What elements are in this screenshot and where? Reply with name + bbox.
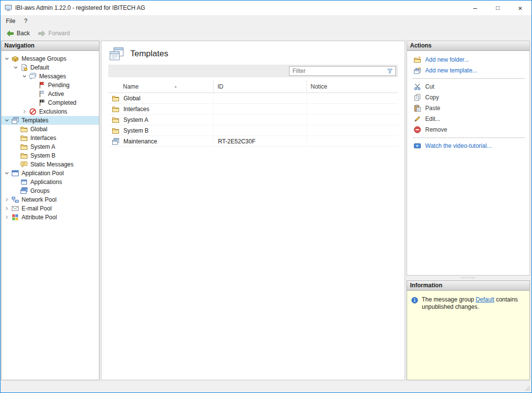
tree-item-label: System B [30,152,55,159]
message-groups-icon [11,55,19,63]
navigation-header: Navigation [1,41,99,51]
cell-id [214,93,307,103]
main-body: Name ▲ ID Notice Global [101,64,405,380]
minimize-icon[interactable]: – [464,0,486,15]
menu-file[interactable]: File [1,16,20,26]
cell-id: RT-2E52C30F [214,136,307,146]
folder-icon [20,134,28,142]
filter-input[interactable] [290,68,385,74]
chevron-expanded-icon[interactable] [3,170,10,177]
tree-item-interfaces[interactable]: Interfaces [1,134,99,142]
tree-item-label: Global [30,126,48,133]
twisty-placeholder [30,91,37,97]
paste-icon [413,104,421,112]
status-bar [0,385,532,393]
tree-item-templates[interactable]: Templates [1,116,99,125]
chevron-expanded-icon[interactable] [21,73,28,80]
paste-button[interactable]: Paste [407,103,530,114]
tree-item-active[interactable]: Active [1,90,99,98]
copy-button[interactable]: Copy [407,92,530,103]
tree-item-system-b[interactable]: System B [1,151,99,160]
tree-item-completed[interactable]: Completed [1,98,99,107]
chevron-collapsed-icon[interactable] [3,205,10,212]
table-row-maintenance[interactable]: Maintenance RT-2E52C30F [108,136,398,147]
video-tutorial-link[interactable]: Watch the video-tutorial... [407,140,530,151]
chevron-collapsed-icon[interactable] [3,214,10,221]
menu-help[interactable]: ? [20,16,32,26]
column-header-name[interactable]: Name ▲ [108,80,214,92]
tree-item-application-pool[interactable]: Application Pool [1,169,99,178]
action-label: Add new template... [425,67,477,74]
actions-header: Actions [407,41,530,51]
tree-item-applications[interactable]: Applications [1,178,99,186]
chevron-expanded-icon[interactable] [12,64,19,71]
panel-splitter[interactable]: ······· [407,276,530,280]
tree-item-label: E-mail Pool [22,205,51,212]
add-new-template-link[interactable]: Add new template... [407,65,530,76]
app-icon [4,4,12,12]
cut-icon [413,83,421,91]
tree-item-global[interactable]: Global [1,125,99,134]
tree-item-label: Templates [22,117,48,124]
info-icon [411,297,418,304]
table-row-system-a[interactable]: System A [108,115,398,125]
navigation-tree: Message Groups Default Messages Pending [1,51,99,380]
table-row-system-b[interactable]: System B [108,125,398,136]
resize-grip-icon[interactable] [525,386,530,391]
chevron-collapsed-icon[interactable] [21,108,28,115]
action-label: Edit... [425,116,440,122]
information-header: Information [407,281,530,291]
action-label: Add new folder... [425,56,469,63]
table-row-global[interactable]: Global [108,93,398,104]
edit-button[interactable]: Edit... [407,114,530,124]
exclusions-icon [29,108,37,116]
email-pool-icon [11,205,19,212]
filter-funnel-icon[interactable] [385,67,395,75]
add-new-folder-link[interactable]: Add new folder... [407,54,530,65]
add-template-icon [413,67,421,74]
tree-item-system-a[interactable]: System A [1,142,99,151]
default-group-link[interactable]: Default [476,296,494,303]
chevron-collapsed-icon[interactable] [3,196,10,203]
tree-item-messages[interactable]: Messages [1,72,99,81]
message-group-icon [20,64,28,71]
column-header-id[interactable]: ID [214,80,307,92]
tree-item-exclusions[interactable]: Exclusions [1,107,99,116]
tree-item-label: Interfaces [30,135,56,141]
tree-item-email-pool[interactable]: E-mail Pool [1,204,99,213]
column-label: Name [123,83,139,90]
tree-item-pending[interactable]: Pending [1,81,99,90]
tree-item-groups[interactable]: Groups [1,186,99,195]
tree-item-label: Pending [48,82,70,89]
filter-box [289,66,396,76]
chevron-expanded-icon[interactable] [3,117,10,124]
tree-item-message-groups[interactable]: Message Groups [1,54,99,63]
right-panel: Actions Add new folder... Add new templa… [407,41,530,380]
back-label: Back [17,30,30,37]
remove-icon [413,126,421,134]
table-row-interfaces[interactable]: Interfaces [108,104,398,115]
cut-button[interactable]: Cut [407,81,530,92]
tree-item-label: Exclusions [39,108,67,115]
chevron-expanded-icon[interactable] [3,55,10,62]
tree-item-attribute-pool[interactable]: Attribute Pool [1,213,99,222]
info-text-prefix: The message group [422,296,476,303]
back-button[interactable]: Back [2,28,33,39]
completed-flag-icon [38,99,46,107]
close-icon[interactable]: × [509,0,532,15]
static-messages-icon [20,161,28,168]
tree-item-static-messages[interactable]: Static Messages [1,160,99,169]
table-header: Name ▲ ID Notice [108,80,398,93]
cell-id [214,115,307,125]
tree-item-network-pool[interactable]: Network Pool [1,195,99,204]
remove-button[interactable]: Remove [407,124,530,135]
maximize-icon[interactable]: □ [486,0,509,15]
column-header-notice[interactable]: Notice [307,80,398,92]
tree-item-label: Applications [30,179,62,185]
tree-item-label: Completed [48,99,76,106]
forward-button[interactable]: Forward [34,28,73,39]
tree-item-label: Active [48,91,64,97]
tree-item-label: Default [30,64,49,71]
tree-item-default[interactable]: Default [1,63,99,72]
separator [412,138,525,138]
